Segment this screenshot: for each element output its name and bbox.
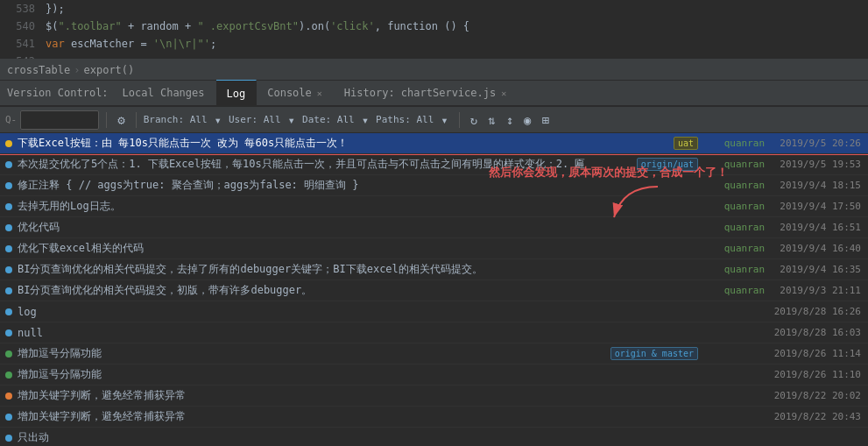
version-control-label: Version Control: bbox=[7, 87, 109, 99]
commit-date-7: 2019/9/3 21:11 bbox=[772, 285, 868, 296]
commit-dot-11 bbox=[0, 372, 18, 379]
code-editor: 538 }); 540 $(".toolbar" + random + " .e… bbox=[0, 0, 868, 60]
log-row-13[interactable]: 增加关键字判断，避免经常捕获异常2019/8/22 20:43 bbox=[0, 407, 868, 428]
log-row-8[interactable]: log2019/8/28 16:26 bbox=[0, 301, 868, 322]
log-row-12[interactable]: 增加关键字判断，避免经常捕获异常2019/8/22 20:02 bbox=[0, 386, 868, 407]
commit-date-5: 2019/9/4 16:40 bbox=[772, 243, 868, 254]
filter-icon[interactable]: ⊞ bbox=[539, 111, 553, 129]
code-line-542: 542 var row; bbox=[0, 53, 868, 60]
dot-icon bbox=[5, 224, 12, 231]
commit-date-11: 2019/8/26 11:10 bbox=[772, 369, 868, 380]
commit-date-2: 2019/9/4 18:15 bbox=[772, 180, 868, 191]
branch-dropdown-icon[interactable]: ▾ bbox=[211, 111, 225, 129]
log-row-9[interactable]: null2019/8/28 16:03 bbox=[0, 322, 868, 343]
log-row-2[interactable]: 修正注释 { // aggs为true: 聚合查询；aggs为false: 明细… bbox=[0, 175, 868, 196]
commit-dot-1 bbox=[0, 161, 18, 168]
log-row-0[interactable]: 下载Excel按钮：由 每10s只能点击一次 改为 每60s只能点击一次！uat… bbox=[0, 133, 868, 154]
tab-local-changes[interactable]: Local Changes bbox=[112, 80, 216, 106]
breadcrumb-part-2[interactable]: export() bbox=[83, 64, 134, 76]
branch-label: Branch: All bbox=[144, 114, 208, 125]
close-history-icon[interactable]: ✕ bbox=[501, 88, 506, 98]
dot-icon bbox=[5, 393, 12, 400]
commit-dot-6 bbox=[0, 266, 18, 273]
search-input[interactable] bbox=[20, 110, 99, 130]
commit-author-4: quanran bbox=[702, 222, 772, 233]
commit-date-6: 2019/9/4 16:35 bbox=[772, 264, 868, 275]
commit-message-13: 增加关键字判断，避免经常捕获异常 bbox=[18, 409, 702, 424]
eye-icon[interactable]: ◉ bbox=[520, 111, 534, 129]
dot-icon bbox=[5, 161, 12, 168]
user-label: User: All bbox=[229, 114, 281, 125]
commit-date-0: 2019/9/5 20:26 bbox=[772, 138, 868, 149]
log-row-3[interactable]: 去掉无用的Log日志。quanran2019/9/4 17:50 bbox=[0, 196, 868, 217]
commit-date-9: 2019/8/28 16:03 bbox=[772, 327, 868, 338]
commit-dot-12 bbox=[0, 393, 18, 400]
dot-icon bbox=[5, 372, 12, 379]
commit-dot-8 bbox=[0, 308, 18, 315]
log-row-4[interactable]: 优化代码quanran2019/9/4 16:51 bbox=[0, 217, 868, 238]
code-line-541: 541 var escMatcher = '\n|\r|"'; bbox=[0, 35, 868, 53]
commit-dot-0 bbox=[0, 140, 18, 147]
commit-author-6: quanran bbox=[702, 264, 772, 275]
toolbar-separator-3 bbox=[459, 112, 460, 128]
dot-icon bbox=[5, 329, 12, 336]
commit-message-5: 优化下载excel相关的代码 bbox=[18, 241, 702, 256]
commit-date-10: 2019/8/26 11:14 bbox=[772, 348, 868, 359]
commit-message-14: 只出动 bbox=[18, 430, 702, 445]
commit-author-3: quanran bbox=[702, 201, 772, 212]
toolbar-separator-2 bbox=[136, 112, 137, 128]
tab-history-label: History: chartService.js bbox=[344, 87, 496, 99]
paths-dropdown-icon[interactable]: ▾ bbox=[437, 111, 451, 129]
log-row-5[interactable]: 优化下载excel相关的代码quanran2019/9/4 16:40 bbox=[0, 238, 868, 259]
commit-dot-13 bbox=[0, 414, 18, 421]
log-row-1[interactable]: 本次提交优化了5个点：1. 下载Excel按钮，每10s只能点击一次，并且可点击… bbox=[0, 154, 868, 175]
commit-message-2: 修正注释 { // aggs为true: 聚合查询；aggs为false: 明细… bbox=[18, 178, 702, 193]
dot-icon bbox=[5, 182, 12, 189]
log-row-10[interactable]: 增加逗号分隔功能origin & master2019/8/26 11:14 bbox=[0, 343, 868, 365]
commit-dot-3 bbox=[0, 203, 18, 210]
commit-date-4: 2019/9/4 16:51 bbox=[772, 222, 868, 233]
tab-history[interactable]: History: chartService.js ✕ bbox=[334, 80, 518, 106]
log-row-7[interactable]: BI分页查询优化的相关代码提交，初版，带有许多debugger。quanran2… bbox=[0, 280, 868, 301]
commit-message-1: 本次提交优化了5个点：1. 下载Excel按钮，每10s只能点击一次，并且可点击… bbox=[18, 157, 637, 172]
commit-message-0: 下载Excel按钮：由 每10s只能点击一次 改为 每60s只能点击一次！ bbox=[18, 136, 674, 151]
sort-icon[interactable]: ↕ bbox=[503, 111, 517, 129]
log-list: 下载Excel按钮：由 每10s只能点击一次 改为 每60s只能点击一次！uat… bbox=[0, 133, 868, 446]
commit-message-4: 优化代码 bbox=[18, 220, 702, 235]
commit-dot-10 bbox=[0, 350, 18, 358]
breadcrumb-part-1[interactable]: crossTable bbox=[7, 64, 70, 76]
log-row-14[interactable]: 只出动 bbox=[0, 428, 868, 446]
settings-icon[interactable]: ⚙ bbox=[114, 111, 128, 129]
user-dropdown-icon[interactable]: ▾ bbox=[285, 111, 299, 129]
main-container: 下载Excel按钮：由 每10s只能点击一次 改为 每60s只能点击一次！uat… bbox=[0, 133, 868, 446]
tab-log[interactable]: Log bbox=[216, 80, 258, 106]
search-prefix: Q- bbox=[5, 114, 17, 125]
commit-message-11: 增加逗号分隔功能 bbox=[18, 367, 702, 382]
commit-dot-9 bbox=[0, 329, 18, 336]
commit-author-2: quanran bbox=[702, 180, 772, 191]
dot-icon bbox=[5, 140, 12, 147]
commit-author-0: quanran bbox=[702, 138, 772, 149]
commit-dot-5 bbox=[0, 245, 18, 252]
commit-message-7: BI分页查询优化的相关代码提交，初版，带有许多debugger。 bbox=[18, 283, 702, 298]
refresh-icon[interactable]: ↻ bbox=[467, 111, 481, 129]
date-dropdown-icon[interactable]: ▾ bbox=[358, 111, 372, 129]
tab-console[interactable]: Console ✕ bbox=[257, 80, 334, 106]
close-console-icon[interactable]: ✕ bbox=[317, 88, 322, 98]
dot-icon bbox=[5, 245, 12, 252]
commit-date-12: 2019/8/22 20:02 bbox=[772, 390, 868, 401]
code-line-538: 538 }); bbox=[0, 0, 868, 18]
date-label: Date: All bbox=[302, 114, 355, 125]
log-row-11[interactable]: 增加逗号分隔功能2019/8/26 11:10 bbox=[0, 365, 868, 386]
commit-message-8: log bbox=[18, 306, 702, 318]
paths-label: Paths: All bbox=[376, 114, 434, 125]
sync-icon[interactable]: ⇅ bbox=[484, 111, 498, 129]
dot-icon bbox=[5, 308, 12, 315]
commit-dot-2 bbox=[0, 182, 18, 189]
tab-log-label: Log bbox=[227, 88, 246, 100]
tag-badge: uat bbox=[674, 137, 698, 150]
log-row-6[interactable]: BI分页查询优化的相关代码提交，去掉了所有的debugger关键字；BI下载ex… bbox=[0, 259, 868, 280]
commit-author-5: quanran bbox=[702, 243, 772, 254]
dot-icon bbox=[5, 203, 12, 210]
log-container: 下载Excel按钮：由 每10s只能点击一次 改为 每60s只能点击一次！uat… bbox=[0, 133, 868, 446]
